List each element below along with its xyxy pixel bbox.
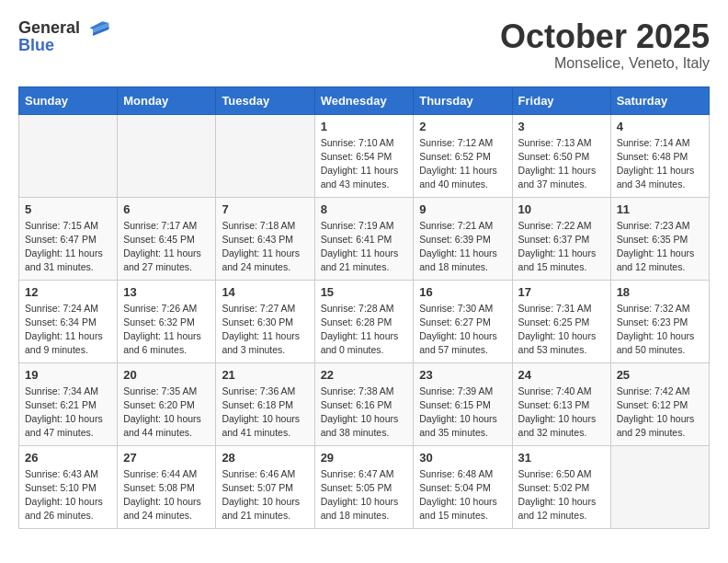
logo-general-text: General (18, 18, 80, 37)
day-number: 10 (518, 202, 605, 216)
day-number: 17 (518, 285, 605, 299)
calendar-day-cell: 20Sunrise: 7:35 AM Sunset: 6:20 PM Dayli… (118, 362, 216, 445)
day-number: 3 (518, 120, 605, 133)
day-info: Sunrise: 7:42 AM Sunset: 6:12 PM Dayligh… (617, 385, 703, 441)
calendar-day-cell (118, 114, 216, 197)
day-info: Sunrise: 7:36 AM Sunset: 6:18 PM Dayligh… (222, 385, 308, 441)
calendar-day-cell: 21Sunrise: 7:36 AM Sunset: 6:18 PM Dayli… (216, 362, 314, 445)
calendar-day-cell: 1Sunrise: 7:10 AM Sunset: 6:54 PM Daylig… (314, 114, 414, 197)
day-number: 19 (25, 368, 111, 382)
day-info: Sunrise: 6:44 AM Sunset: 5:08 PM Dayligh… (123, 467, 210, 523)
calendar-table: SundayMondayTuesdayWednesdayThursdayFrid… (18, 86, 710, 529)
day-number: 1 (321, 120, 408, 133)
day-number: 4 (617, 120, 703, 133)
day-number: 16 (419, 285, 506, 299)
day-number: 18 (617, 285, 703, 299)
day-number: 22 (321, 368, 408, 382)
calendar-day-cell: 15Sunrise: 7:28 AM Sunset: 6:28 PM Dayli… (314, 280, 414, 362)
calendar-day-cell (19, 114, 118, 197)
day-number: 20 (123, 368, 210, 382)
day-number: 14 (222, 285, 308, 299)
logo-line1: General (18, 18, 112, 38)
day-number: 28 (222, 451, 308, 465)
day-info: Sunrise: 7:17 AM Sunset: 6:45 PM Dayligh… (123, 219, 210, 275)
calendar-day-cell: 19Sunrise: 7:34 AM Sunset: 6:21 PM Dayli… (19, 362, 118, 445)
calendar-day-cell: 16Sunrise: 7:30 AM Sunset: 6:27 PM Dayli… (414, 280, 512, 362)
calendar-day-cell: 13Sunrise: 7:26 AM Sunset: 6:32 PM Dayli… (118, 280, 216, 362)
day-of-week-header: Saturday (610, 86, 709, 114)
calendar-day-cell: 17Sunrise: 7:31 AM Sunset: 6:25 PM Dayli… (512, 280, 610, 362)
day-info: Sunrise: 7:27 AM Sunset: 6:30 PM Dayligh… (222, 302, 308, 358)
day-number: 8 (321, 202, 408, 216)
day-info: Sunrise: 7:22 AM Sunset: 6:37 PM Dayligh… (518, 219, 605, 275)
day-info: Sunrise: 6:46 AM Sunset: 5:07 PM Dayligh… (222, 467, 308, 523)
day-info: Sunrise: 7:31 AM Sunset: 6:25 PM Dayligh… (518, 302, 605, 358)
logo-blue-text: Blue (18, 36, 112, 55)
day-number: 30 (419, 451, 506, 465)
calendar-day-cell: 7Sunrise: 7:18 AM Sunset: 6:43 PM Daylig… (216, 197, 314, 280)
day-info: Sunrise: 7:35 AM Sunset: 6:20 PM Dayligh… (123, 385, 210, 441)
calendar-day-cell: 28Sunrise: 6:46 AM Sunset: 5:07 PM Dayli… (216, 445, 314, 528)
day-number: 24 (518, 368, 605, 382)
calendar-day-cell: 25Sunrise: 7:42 AM Sunset: 6:12 PM Dayli… (610, 362, 709, 445)
day-number: 31 (518, 451, 605, 465)
day-info: Sunrise: 7:21 AM Sunset: 6:39 PM Dayligh… (419, 219, 506, 275)
day-info: Sunrise: 7:38 AM Sunset: 6:16 PM Dayligh… (321, 385, 408, 441)
calendar-day-cell: 27Sunrise: 6:44 AM Sunset: 5:08 PM Dayli… (118, 445, 216, 528)
day-info: Sunrise: 7:14 AM Sunset: 6:48 PM Dayligh… (617, 136, 703, 192)
logo: General Blue (18, 18, 112, 55)
calendar-day-cell: 23Sunrise: 7:39 AM Sunset: 6:15 PM Dayli… (414, 362, 512, 445)
day-info: Sunrise: 7:12 AM Sunset: 6:52 PM Dayligh… (419, 136, 506, 192)
calendar-day-cell: 29Sunrise: 6:47 AM Sunset: 5:05 PM Dayli… (314, 445, 414, 528)
calendar-day-cell: 31Sunrise: 6:50 AM Sunset: 5:02 PM Dayli… (512, 445, 610, 528)
day-number: 21 (222, 368, 308, 382)
calendar-week-row: 19Sunrise: 7:34 AM Sunset: 6:21 PM Dayli… (19, 362, 710, 445)
calendar-day-cell: 22Sunrise: 7:38 AM Sunset: 6:16 PM Dayli… (314, 362, 414, 445)
calendar-day-cell: 9Sunrise: 7:21 AM Sunset: 6:39 PM Daylig… (414, 197, 512, 280)
day-info: Sunrise: 7:15 AM Sunset: 6:47 PM Dayligh… (25, 219, 111, 275)
day-info: Sunrise: 7:32 AM Sunset: 6:23 PM Dayligh… (617, 302, 703, 358)
day-info: Sunrise: 7:39 AM Sunset: 6:15 PM Dayligh… (419, 385, 506, 441)
calendar-day-cell: 6Sunrise: 7:17 AM Sunset: 6:45 PM Daylig… (118, 197, 216, 280)
calendar-day-cell: 26Sunrise: 6:43 AM Sunset: 5:10 PM Dayli… (19, 445, 118, 528)
day-number: 7 (222, 202, 308, 216)
calendar-day-cell (610, 445, 709, 528)
day-info: Sunrise: 6:43 AM Sunset: 5:10 PM Dayligh… (25, 467, 111, 523)
day-info: Sunrise: 7:18 AM Sunset: 6:43 PM Dayligh… (222, 219, 308, 275)
calendar-week-row: 26Sunrise: 6:43 AM Sunset: 5:10 PM Dayli… (19, 445, 710, 528)
day-info: Sunrise: 7:26 AM Sunset: 6:32 PM Dayligh… (123, 302, 210, 358)
day-info: Sunrise: 7:23 AM Sunset: 6:35 PM Dayligh… (617, 219, 703, 275)
day-info: Sunrise: 6:50 AM Sunset: 5:02 PM Dayligh… (518, 467, 605, 523)
calendar-day-cell: 11Sunrise: 7:23 AM Sunset: 6:35 PM Dayli… (610, 197, 709, 280)
calendar-day-cell: 2Sunrise: 7:12 AM Sunset: 6:52 PM Daylig… (414, 114, 512, 197)
day-info: Sunrise: 7:30 AM Sunset: 6:27 PM Dayligh… (419, 302, 506, 358)
calendar-day-cell: 14Sunrise: 7:27 AM Sunset: 6:30 PM Dayli… (216, 280, 314, 362)
day-info: Sunrise: 6:48 AM Sunset: 5:04 PM Dayligh… (419, 467, 506, 523)
month-info: October 2025 Monselice, Veneto, Italy (500, 18, 710, 72)
month-title: October 2025 (500, 18, 710, 55)
day-number: 27 (123, 451, 210, 465)
calendar-day-cell: 12Sunrise: 7:24 AM Sunset: 6:34 PM Dayli… (19, 280, 118, 362)
day-of-week-header: Wednesday (314, 86, 414, 114)
calendar-week-row: 5Sunrise: 7:15 AM Sunset: 6:47 PM Daylig… (19, 197, 710, 280)
day-info: Sunrise: 7:28 AM Sunset: 6:28 PM Dayligh… (321, 302, 408, 358)
calendar-day-cell (216, 114, 314, 197)
day-number: 26 (25, 451, 111, 465)
calendar-day-cell: 24Sunrise: 7:40 AM Sunset: 6:13 PM Dayli… (512, 362, 610, 445)
day-number: 13 (123, 285, 210, 299)
day-number: 9 (419, 202, 506, 216)
day-info: Sunrise: 7:13 AM Sunset: 6:50 PM Dayligh… (518, 136, 605, 192)
day-info: Sunrise: 7:10 AM Sunset: 6:54 PM Dayligh… (321, 136, 408, 192)
logo-icon (86, 21, 112, 38)
calendar-week-row: 12Sunrise: 7:24 AM Sunset: 6:34 PM Dayli… (19, 280, 710, 362)
day-info: Sunrise: 7:34 AM Sunset: 6:21 PM Dayligh… (25, 385, 111, 441)
day-of-week-header: Friday (512, 86, 610, 114)
day-number: 5 (25, 202, 111, 216)
day-info: Sunrise: 7:24 AM Sunset: 6:34 PM Dayligh… (25, 302, 111, 358)
calendar-day-cell: 4Sunrise: 7:14 AM Sunset: 6:48 PM Daylig… (610, 114, 709, 197)
calendar-day-cell: 10Sunrise: 7:22 AM Sunset: 6:37 PM Dayli… (512, 197, 610, 280)
day-of-week-header: Tuesday (216, 86, 314, 114)
day-number: 29 (321, 451, 408, 465)
day-number: 6 (123, 202, 210, 216)
location: Monselice, Veneto, Italy (500, 55, 710, 72)
